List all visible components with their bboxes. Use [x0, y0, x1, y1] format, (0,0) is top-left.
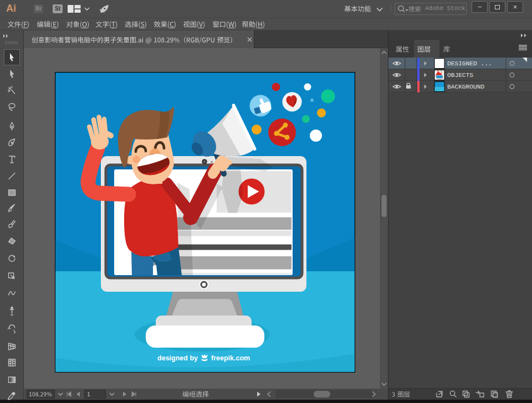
- svg-text:freepik.com: freepik.com: [211, 354, 250, 362]
- svg-text:designed by: designed by: [157, 354, 198, 362]
